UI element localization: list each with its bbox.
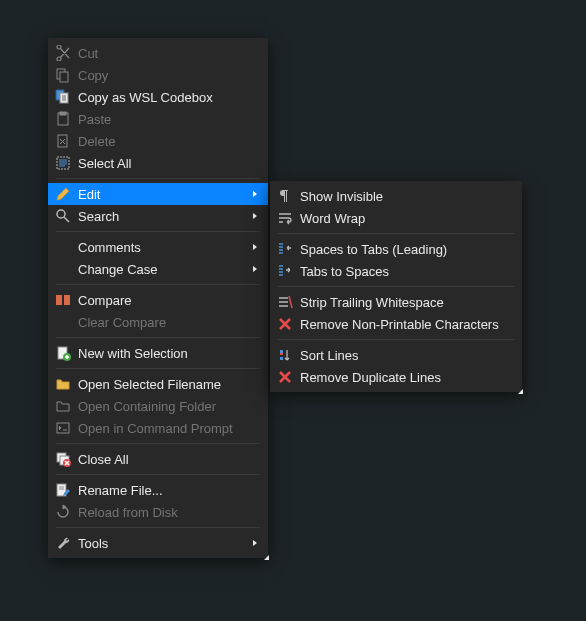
menu-item-label: Clear Compare — [78, 315, 250, 330]
blank-icon — [54, 261, 72, 277]
menu-item-label: Word Wrap — [300, 211, 504, 226]
copy-icon — [54, 67, 72, 83]
menu-item-paste: Paste — [48, 108, 268, 130]
menu-item-copy-wsl[interactable]: Copy as WSL Codebox — [48, 86, 268, 108]
menu-item-edit[interactable]: Edit — [48, 183, 268, 205]
menu-separator — [56, 527, 260, 528]
new-file-icon — [54, 345, 72, 361]
menu-item-remove-nonprint[interactable]: Remove Non-Printable Characters — [270, 313, 522, 335]
menu-separator — [56, 443, 260, 444]
menu-item-open-folder: Open Containing Folder — [48, 395, 268, 417]
menu-item-label: Comments — [78, 240, 250, 255]
menu-item-open-filename[interactable]: Open Selected Filename — [48, 373, 268, 395]
menu-item-label: Remove Non-Printable Characters — [300, 317, 504, 332]
menu-item-new-selection[interactable]: New with Selection — [48, 342, 268, 364]
menu-item-label: Copy — [78, 68, 250, 83]
menu-item-label: Select All — [78, 156, 250, 171]
menu-item-label: Show Invisible — [300, 189, 504, 204]
menu-item-label: Tabs to Spaces — [300, 264, 504, 279]
menu-item-word-wrap[interactable]: Word Wrap — [270, 207, 522, 229]
pencil-icon — [54, 186, 72, 202]
menu-item-label: Remove Duplicate Lines — [300, 370, 504, 385]
menu-separator — [56, 284, 260, 285]
pilcrow-icon — [276, 188, 294, 204]
blank-icon — [54, 314, 72, 330]
menu-separator — [56, 368, 260, 369]
menu-item-label: Open Selected Filename — [78, 377, 250, 392]
terminal-icon — [54, 420, 72, 436]
menu-item-label: Strip Trailing Whitespace — [300, 295, 504, 310]
rename-icon — [54, 482, 72, 498]
menu-item-label: Close All — [78, 452, 250, 467]
menu-item-label: Edit — [78, 187, 250, 202]
submenu-arrow-icon — [250, 265, 260, 273]
menu-item-label: Paste — [78, 112, 250, 127]
menu-item-reload: Reload from Disk — [48, 501, 268, 523]
menu-separator — [278, 339, 514, 340]
menu-separator — [56, 474, 260, 475]
menu-item-tools[interactable]: Tools — [48, 532, 268, 554]
close-all-icon — [54, 451, 72, 467]
menu-item-label: Change Case — [78, 262, 250, 277]
clipboard-icon — [54, 111, 72, 127]
menu-item-spaces-tabs[interactable]: Spaces to Tabs (Leading) — [270, 238, 522, 260]
menu-item-sort-lines[interactable]: Sort Lines — [270, 344, 522, 366]
menu-item-select-all[interactable]: Select All — [48, 152, 268, 174]
menu-item-show-invisible[interactable]: Show Invisible — [270, 185, 522, 207]
menu-item-label: Open Containing Folder — [78, 399, 250, 414]
menu-item-label: Compare — [78, 293, 250, 308]
menu-separator — [278, 286, 514, 287]
menu-item-search[interactable]: Search — [48, 205, 268, 227]
scissors-icon — [54, 45, 72, 61]
folder-icon — [54, 398, 72, 414]
menu-item-label: Sort Lines — [300, 348, 504, 363]
menu-item-label: Delete — [78, 134, 250, 149]
menu-item-cut: Cut — [48, 42, 268, 64]
strip-icon — [276, 294, 294, 310]
delete-file-icon — [54, 133, 72, 149]
menu-separator — [278, 233, 514, 234]
blank-icon — [54, 239, 72, 255]
menu-item-rename[interactable]: Rename File... — [48, 479, 268, 501]
search-icon — [54, 208, 72, 224]
menu-separator — [56, 231, 260, 232]
remove-red-icon — [276, 316, 294, 332]
menu-item-strip-trailing[interactable]: Strip Trailing Whitespace — [270, 291, 522, 313]
menu-item-label: Copy as WSL Codebox — [78, 90, 250, 105]
indent-left-icon — [276, 241, 294, 257]
select-all-icon — [54, 155, 72, 171]
menu-item-compare[interactable]: Compare — [48, 289, 268, 311]
menu-item-close-all[interactable]: Close All — [48, 448, 268, 470]
menu-item-tabs-spaces[interactable]: Tabs to Spaces — [270, 260, 522, 282]
menu-item-change-case[interactable]: Change Case — [48, 258, 268, 280]
menu-item-label: Open in Command Prompt — [78, 421, 250, 436]
menu-item-label: Spaces to Tabs (Leading) — [300, 242, 504, 257]
submenu-arrow-icon — [250, 539, 260, 547]
menu-item-delete: Delete — [48, 130, 268, 152]
context-menu[interactable]: CutCopyCopy as WSL CodeboxPasteDeleteSel… — [48, 38, 268, 558]
open-file-icon — [54, 376, 72, 392]
reload-icon — [54, 504, 72, 520]
menu-separator — [56, 337, 260, 338]
menu-item-label: Tools — [78, 536, 250, 551]
menu-item-label: Rename File... — [78, 483, 250, 498]
menu-item-open-cmd: Open in Command Prompt — [48, 417, 268, 439]
submenu-arrow-icon — [250, 212, 260, 220]
sort-icon — [276, 347, 294, 363]
menu-item-remove-dup[interactable]: Remove Duplicate Lines — [270, 366, 522, 388]
edit-submenu[interactable]: Show InvisibleWord WrapSpaces to Tabs (L… — [270, 181, 522, 392]
menu-item-label: Search — [78, 209, 250, 224]
menu-item-clear-compare: Clear Compare — [48, 311, 268, 333]
submenu-arrow-icon — [250, 243, 260, 251]
menu-item-label: Cut — [78, 46, 250, 61]
wrap-icon — [276, 210, 294, 226]
menu-item-copy: Copy — [48, 64, 268, 86]
menu-separator — [56, 178, 260, 179]
menu-item-label: Reload from Disk — [78, 505, 250, 520]
copy-stack-icon — [54, 89, 72, 105]
wrench-icon — [54, 535, 72, 551]
compare-icon — [54, 292, 72, 308]
indent-right-icon — [276, 263, 294, 279]
menu-item-comments[interactable]: Comments — [48, 236, 268, 258]
submenu-arrow-icon — [250, 190, 260, 198]
